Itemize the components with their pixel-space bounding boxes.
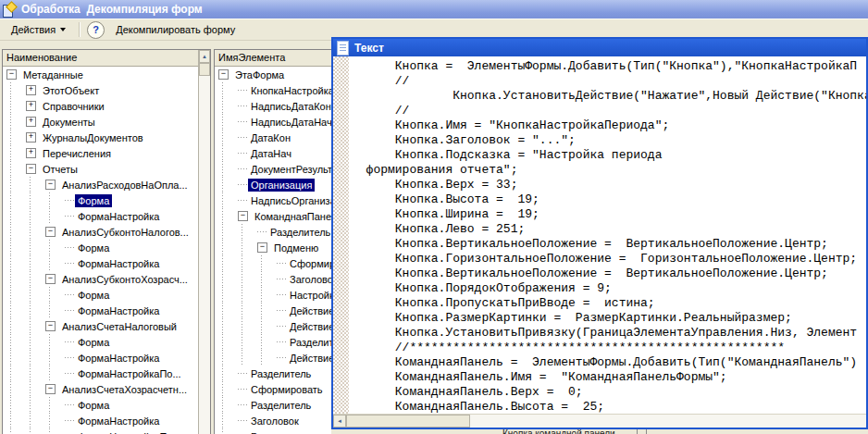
expand-icon[interactable]: +: [26, 101, 36, 111]
collapse-icon[interactable]: −: [26, 164, 36, 174]
tree-item[interactable]: Сформировать: [215, 381, 332, 397]
element-tree-panel: ИмяЭлемента −ЭтаФормаКнопкаНастройкаПери…: [214, 49, 332, 434]
tree-item[interactable]: ДатаНач: [215, 145, 332, 161]
tree-item[interactable]: +ЭтотОбъект: [3, 82, 198, 98]
collapse-icon[interactable]: −: [6, 69, 17, 80]
help-button[interactable]: ?: [87, 21, 105, 39]
expand-icon[interactable]: +: [26, 85, 36, 95]
tree-item[interactable]: −КоманднаяПанельФормы: [215, 208, 332, 224]
expand-icon[interactable]: +: [26, 117, 36, 127]
tree-item[interactable]: НадписьДатаНач: [215, 114, 332, 130]
expand-icon[interactable]: +: [26, 132, 36, 143]
collapse-icon[interactable]: −: [238, 211, 248, 221]
tree-guide: [6, 350, 26, 366]
tree-item[interactable]: +Документы: [3, 114, 198, 130]
tree-item[interactable]: НадписьОрганизация: [215, 192, 332, 208]
tree-item[interactable]: −АнализСубконтоНалогов...: [3, 224, 198, 240]
tree-guide: [6, 208, 26, 224]
tree-item[interactable]: Разделитель: [215, 334, 332, 350]
scrollbar-thumb[interactable]: [346, 415, 470, 428]
code-line: КоманднаяПанель.Высота = 25;: [352, 400, 866, 415]
code-text[interactable]: Кнопка = ЭлементыФормы.Добавить(Тип("Кно…: [352, 56, 866, 415]
tree-item[interactable]: КнопкаНастройкаПериода: [215, 82, 332, 98]
tree-stub: [65, 428, 75, 434]
code-window-title-bar[interactable]: Текст: [333, 39, 866, 56]
collapse-icon[interactable]: −: [45, 321, 56, 331]
tree-item[interactable]: ФормаНастройка: [3, 413, 198, 428]
code-horizontal-scrollbar[interactable]: ◄: [333, 414, 866, 428]
collapse-icon[interactable]: −: [45, 274, 56, 284]
expand-icon[interactable]: +: [26, 148, 36, 158]
scrollbar-thumb[interactable]: [199, 63, 210, 76]
tree-item[interactable]: −АнализСчетаНалоговый: [3, 318, 198, 334]
tree-guide: [218, 224, 238, 240]
tree-item[interactable]: Заголовок: [215, 271, 332, 287]
tree-item[interactable]: −ЭтаФорма: [215, 67, 332, 82]
collapse-icon[interactable]: −: [218, 69, 229, 80]
tree-item[interactable]: Разделитель: [215, 366, 332, 381]
tree-item[interactable]: −Отчеты: [3, 161, 198, 177]
tree-guide: [26, 318, 45, 334]
tree-item[interactable]: ДатаКон: [215, 130, 332, 145]
window-title: Обработка Декомпиляция форм: [21, 3, 203, 16]
scroll-up-icon[interactable]: ▲: [199, 50, 210, 63]
tree-item[interactable]: НадписьДатаКон: [215, 98, 332, 114]
metadata-tree[interactable]: −Метаданные+ЭтотОбъект+Справочники+Докум…: [3, 67, 198, 434]
collapse-icon[interactable]: −: [45, 227, 56, 237]
tree-item[interactable]: Настройка: [215, 287, 332, 303]
tree-item[interactable]: ФормаНастройкаПо...: [3, 428, 198, 434]
tree-item[interactable]: −Подменю: [215, 240, 332, 255]
tree-stub: [65, 366, 75, 381]
tree-item[interactable]: Заголовок: [215, 413, 332, 428]
tree-item[interactable]: ДокументРезультат: [215, 161, 332, 177]
tree-item[interactable]: Форма: [3, 287, 198, 303]
tree-item[interactable]: Сформировать: [215, 255, 332, 271]
tree-item[interactable]: Действие: [215, 350, 332, 366]
tree-stub: [238, 381, 248, 397]
tree-item[interactable]: Организация: [215, 177, 332, 192]
tree-item[interactable]: ФормаНастройка: [3, 208, 198, 224]
tree-item-label: Разделитель: [287, 336, 332, 349]
tree-item[interactable]: Разделитель: [215, 428, 332, 434]
tree-item[interactable]: +ЖурналыДокументов: [3, 130, 198, 145]
tree-item[interactable]: ФормаНастройка: [3, 350, 198, 366]
scroll-left-icon[interactable]: ◄: [333, 415, 346, 428]
tree-item[interactable]: Форма: [3, 397, 198, 413]
tree-item-label: Перечисления: [40, 147, 114, 160]
tree-item[interactable]: Форма: [3, 192, 198, 208]
tree-item[interactable]: +Перечисления: [3, 145, 198, 161]
element-tree[interactable]: −ЭтаФормаКнопкаНастройкаПериодаНадписьДа…: [215, 67, 332, 434]
tree-item[interactable]: Форма: [3, 240, 198, 255]
metadata-tree-scrollbar[interactable]: ▲: [198, 50, 210, 434]
tree-item[interactable]: −АнализРасходовНаОпла...: [3, 177, 198, 192]
tree-item[interactable]: Действие: [215, 303, 332, 318]
collapse-icon[interactable]: −: [257, 242, 267, 253]
tree-guide: [218, 366, 238, 381]
tree-stub: [277, 255, 287, 271]
collapse-icon[interactable]: −: [45, 384, 56, 394]
tree-item[interactable]: −АнализСчетаХозрасчетн...: [3, 381, 198, 397]
tree-item[interactable]: +Справочники: [3, 98, 198, 114]
collapse-icon[interactable]: −: [45, 180, 56, 190]
code-line: Кнопка.ПорядокОтображения = 9;: [352, 281, 866, 296]
tree-guide: [238, 255, 257, 271]
tree-item-label: АнализСубконтоХозрасч...: [59, 273, 191, 286]
code-line: //: [352, 104, 866, 118]
tree-item[interactable]: −АнализСубконтоХозрасч...: [3, 271, 198, 287]
tree-item[interactable]: ФормаНастройка: [3, 303, 198, 318]
tree-item-label: ДатаНач: [248, 147, 294, 160]
main-title-bar[interactable]: Обработка Декомпиляция форм: [0, 0, 868, 19]
tree-guide: [26, 334, 45, 350]
decompile-form-button[interactable]: Декомпилировать форму: [109, 21, 242, 38]
tree-item[interactable]: ФормаНастройка: [3, 255, 198, 271]
tree-item[interactable]: Разделитель: [215, 397, 332, 413]
tree-guide: [257, 287, 277, 303]
tree-item[interactable]: ФормаНастройкаПо...: [3, 366, 198, 381]
tree-item[interactable]: Форма: [3, 334, 198, 350]
actions-menu-button[interactable]: Действия: [5, 21, 72, 38]
tree-item[interactable]: −Метаданные: [3, 67, 198, 82]
tree-guide: [45, 334, 65, 350]
code-line: КоманднаяПанель.Имя = "КоманднаяПанельФо…: [352, 370, 866, 385]
tree-item[interactable]: Разделитель: [215, 224, 332, 240]
tree-item[interactable]: Действие: [215, 318, 332, 334]
